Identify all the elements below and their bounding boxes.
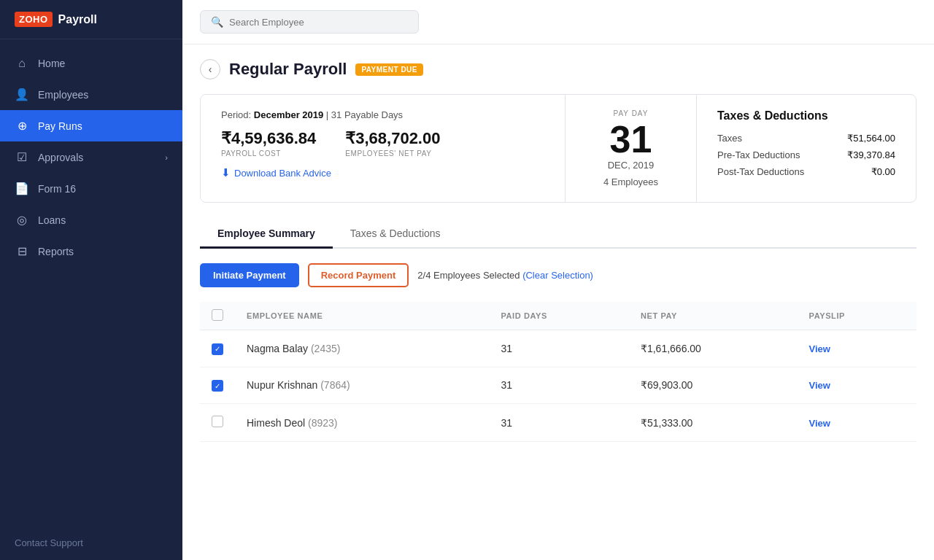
net-pay-label: EMPLOYEES' NET PAY	[345, 149, 440, 158]
employee-name-cell: Nagma Balay (2435)	[235, 330, 489, 368]
initiate-payment-button[interactable]: Initiate Payment	[200, 263, 299, 287]
payday-month: DEC, 2019	[589, 160, 673, 171]
net-pay-block: ₹3,68,702.00 EMPLOYEES' NET PAY	[345, 129, 440, 158]
row-checkbox-cell[interactable]: ✓	[200, 367, 235, 404]
table-header-row: EMPLOYEE NAME PAID DAYS NET PAY PAYSLIP	[200, 302, 916, 330]
top-bar: 🔍	[182, 0, 934, 44]
download-bank-advice-link[interactable]: ⬇ Download Bank Advice	[221, 166, 544, 179]
page-content: ‹ Regular Payroll PAYMENT DUE Period: De…	[182, 44, 934, 560]
col-header-paid-days: PAID DAYS	[489, 302, 629, 330]
taxes-card: Taxes & Deductions Taxes ₹51,564.00 Pre-…	[697, 95, 916, 202]
tax-row-pretax: Pre-Tax Deductions ₹39,370.84	[717, 149, 895, 160]
payday-label: PAY DAY	[589, 109, 673, 117]
sidebar-nav: ⌂ Home 👤 Employees ⊕ Pay Runs ☑ Approval…	[0, 39, 182, 526]
page-title: Regular Payroll	[229, 60, 347, 79]
sidebar-item-label: Loans	[38, 214, 66, 226]
record-payment-button[interactable]: Record Payment	[308, 263, 409, 287]
payroll-summary-card: Period: December 2019 | 31 Payable Days …	[201, 95, 566, 202]
back-button[interactable]: ‹	[200, 59, 220, 79]
taxes-title: Taxes & Deductions	[717, 109, 895, 122]
product-name: Payroll	[58, 13, 97, 26]
col-header-employee-name: EMPLOYEE NAME	[235, 302, 489, 330]
paid-days-cell: 31	[489, 367, 629, 404]
col-header-checkbox	[200, 302, 235, 330]
payroll-cost-amount: ₹4,59,636.84	[221, 129, 316, 148]
search-input[interactable]	[229, 17, 408, 28]
pay-runs-icon: ⊕	[15, 119, 29, 133]
loans-icon: ◎	[15, 213, 29, 227]
row-checkbox-checked[interactable]: ✓	[212, 380, 223, 392]
table-row: Himesh Deol (8923) 31 ₹51,333.00 View	[200, 404, 916, 442]
row-checkbox-checked[interactable]: ✓	[212, 343, 223, 355]
tax-label: Taxes	[717, 133, 742, 144]
tax-amount: ₹0.00	[871, 166, 895, 177]
sidebar-item-loans[interactable]: ◎ Loans	[0, 204, 182, 236]
main-content: 🔍 ‹ Regular Payroll PAYMENT DUE Period: …	[182, 0, 934, 560]
tax-row-taxes: Taxes ₹51,564.00	[717, 133, 895, 144]
row-checkbox-cell[interactable]: ✓	[200, 330, 235, 368]
tax-amount: ₹39,370.84	[847, 149, 895, 160]
sidebar-item-approvals[interactable]: ☑ Approvals ›	[0, 141, 182, 173]
table-row: ✓ Nagma Balay (2435) 31 ₹1,61,666.00 Vie…	[200, 330, 916, 368]
select-all-checkbox[interactable]	[212, 309, 223, 321]
amounts-row: ₹4,59,636.84 PAYROLL COST ₹3,68,702.00 E…	[221, 129, 544, 158]
payslip-cell[interactable]: View	[798, 404, 916, 442]
period-label: Period: December 2019 | 31 Payable Days	[221, 109, 544, 120]
tax-label: Post-Tax Deductions	[717, 166, 804, 177]
search-icon: 🔍	[211, 16, 223, 28]
view-payslip-link[interactable]: View	[809, 418, 830, 429]
employee-table: EMPLOYEE NAME PAID DAYS NET PAY PAYSLIP …	[200, 302, 916, 442]
payday-card: PAY DAY 31 DEC, 2019 4 Employees	[566, 95, 697, 202]
status-badge: PAYMENT DUE	[355, 63, 423, 76]
employee-name-cell: Nupur Krishnan (7864)	[235, 367, 489, 404]
col-header-net-pay: NET PAY	[629, 302, 798, 330]
net-pay-cell: ₹1,61,666.00	[629, 330, 798, 368]
row-checkbox-cell[interactable]	[200, 404, 235, 442]
brand-logo: ZOHO	[15, 12, 53, 27]
reports-icon: ⊟	[15, 244, 29, 258]
net-pay-amount: ₹3,68,702.00	[345, 129, 440, 148]
employees-icon: 👤	[15, 88, 29, 101]
net-pay-cell: ₹51,333.00	[629, 404, 798, 442]
payslip-cell[interactable]: View	[798, 330, 916, 368]
sidebar-item-label: Employees	[38, 89, 88, 101]
paid-days-cell: 31	[489, 404, 629, 442]
logo: ZOHO Payroll	[0, 0, 182, 39]
search-box[interactable]: 🔍	[200, 10, 419, 34]
page-header: ‹ Regular Payroll PAYMENT DUE	[200, 59, 916, 79]
payslip-cell[interactable]: View	[798, 367, 916, 404]
home-icon: ⌂	[15, 57, 29, 70]
tab-employee-summary[interactable]: Employee Summary	[200, 220, 333, 249]
payroll-cost-label: PAYROLL COST	[221, 149, 316, 158]
sidebar-item-employees[interactable]: 👤 Employees	[0, 79, 182, 110]
sidebar-item-pay-runs[interactable]: ⊕ Pay Runs	[0, 110, 182, 141]
payday-number: 31	[589, 120, 673, 158]
sidebar-item-label: Reports	[38, 246, 74, 257]
clear-selection-link[interactable]: (Clear Selection)	[522, 270, 593, 281]
view-payslip-link[interactable]: View	[809, 343, 830, 354]
sidebar-item-home[interactable]: ⌂ Home	[0, 48, 182, 79]
chevron-right-icon: ›	[165, 153, 168, 162]
employee-name-cell: Himesh Deol (8923)	[235, 404, 489, 442]
row-checkbox-unchecked[interactable]	[212, 416, 223, 427]
net-pay-cell: ₹69,903.00	[629, 367, 798, 404]
tax-amount: ₹51,564.00	[847, 133, 895, 144]
tax-label: Pre-Tax Deductions	[717, 149, 800, 160]
form16-icon: 📄	[15, 182, 29, 195]
col-header-payslip: PAYSLIP	[798, 302, 916, 330]
summary-cards: Period: December 2019 | 31 Payable Days …	[200, 94, 916, 203]
sidebar-item-label: Approvals	[38, 152, 83, 163]
paid-days-cell: 31	[489, 330, 629, 368]
contact-support-link[interactable]: Contact Support	[0, 526, 182, 560]
sidebar-item-form16[interactable]: 📄 Form 16	[0, 173, 182, 204]
sidebar-item-reports[interactable]: ⊟ Reports	[0, 236, 182, 267]
tabs-bar: Employee Summary Taxes & Deductions	[200, 220, 916, 249]
sidebar-item-label: Home	[38, 58, 65, 69]
selection-info: 2/4 Employees Selected (Clear Selection)	[417, 270, 593, 281]
download-icon: ⬇	[221, 166, 231, 179]
payroll-cost-block: ₹4,59,636.84 PAYROLL COST	[221, 129, 316, 158]
view-payslip-link[interactable]: View	[809, 380, 830, 391]
sidebar: ZOHO Payroll ⌂ Home 👤 Employees ⊕ Pay Ru…	[0, 0, 182, 560]
sidebar-item-label: Pay Runs	[38, 120, 82, 132]
tab-taxes-deductions[interactable]: Taxes & Deductions	[333, 220, 458, 249]
